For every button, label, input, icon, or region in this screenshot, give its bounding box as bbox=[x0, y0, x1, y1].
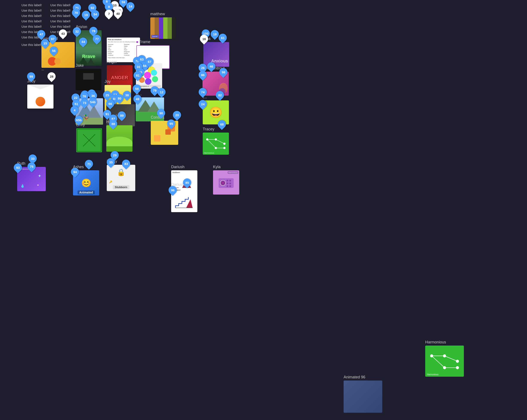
pin-33: 33 bbox=[29, 154, 37, 163]
card-jake: Jake bbox=[76, 63, 101, 90]
trinity-card[interactable]: 🔒 Stubborn 🔑 bbox=[107, 165, 135, 191]
pin-58: 58 bbox=[133, 84, 141, 93]
jake-label: Jake bbox=[76, 63, 101, 68]
label-item[interactable]: Use this label! bbox=[22, 3, 42, 7]
pin-15: 15 bbox=[41, 39, 49, 47]
pin-70: 70 bbox=[72, 9, 80, 17]
svg-point-27 bbox=[443, 366, 446, 369]
svg-point-26 bbox=[456, 360, 459, 363]
matthew-label: matthew bbox=[150, 12, 176, 16]
pin-89: 89 bbox=[118, 111, 126, 119]
kyla-card[interactable]: Harmonious bbox=[213, 170, 239, 195]
svg-rect-17 bbox=[229, 183, 231, 184]
card-kyla: Kyla Harmonious bbox=[213, 165, 239, 195]
card-harmonious: Harmonious Harmonious bbox=[425, 340, 464, 377]
svg-point-24 bbox=[430, 354, 433, 357]
jake-card[interactable] bbox=[76, 69, 101, 90]
svg-point-13 bbox=[222, 182, 224, 184]
pin-56: 56 bbox=[50, 47, 58, 55]
pin-24: 24 bbox=[199, 100, 207, 108]
pin-49: 49 bbox=[133, 95, 142, 103]
svg-rect-19 bbox=[229, 185, 231, 187]
kyla-label: Kyla bbox=[213, 165, 239, 169]
pin-71: 71 bbox=[85, 160, 93, 168]
card-envy: Envy bbox=[76, 123, 102, 152]
pin-43: 43 bbox=[59, 29, 67, 38]
pin-28: 28 bbox=[47, 72, 56, 80]
svg-line-1 bbox=[216, 139, 224, 144]
pin-47: 47 bbox=[37, 30, 45, 38]
svg-point-4 bbox=[206, 138, 208, 140]
svg-point-28 bbox=[456, 366, 459, 369]
svg-line-21 bbox=[445, 356, 457, 361]
label-item[interactable]: Use this label! bbox=[50, 19, 70, 23]
matthew-card-inner[interactable]: boost bbox=[150, 17, 176, 39]
svg-rect-16 bbox=[227, 183, 228, 184]
pin-12: 12 bbox=[157, 88, 165, 96]
dariush1-label: Dariush bbox=[171, 165, 197, 169]
label-item[interactable]: Use this label! bbox=[50, 25, 70, 28]
pin-77: 77 bbox=[93, 35, 101, 43]
harmonious-label: Harmonious bbox=[204, 152, 214, 154]
harmonious-card[interactable]: Harmonious bbox=[425, 346, 464, 377]
svg-line-22 bbox=[432, 356, 445, 368]
label-item[interactable]: Use this label! bbox=[50, 14, 70, 18]
pin-93: 93 bbox=[14, 163, 22, 172]
pin-38: 38 bbox=[123, 91, 131, 99]
label-item[interactable]: Use this label! bbox=[22, 25, 42, 28]
label-item[interactable]: Use this label! bbox=[22, 9, 42, 12]
pin-82: 82 bbox=[216, 91, 224, 99]
pin-78: 78 bbox=[89, 27, 98, 35]
card-tracey: Tracey Harmonious bbox=[203, 127, 229, 155]
label-item[interactable]: Use this label! bbox=[22, 19, 42, 23]
anger-label: Anger bbox=[107, 60, 132, 64]
svg-line-2 bbox=[207, 139, 216, 148]
svg-rect-18 bbox=[227, 185, 228, 187]
pin-20: 20 bbox=[173, 111, 181, 119]
svg-point-7 bbox=[215, 147, 217, 149]
pin-98: 98 bbox=[219, 68, 227, 76]
hilarious-card[interactable] bbox=[106, 125, 132, 152]
pin-66: 66 bbox=[106, 100, 114, 108]
harmonious-title: Harmonious bbox=[425, 340, 464, 345]
svg-marker-9 bbox=[186, 199, 193, 208]
svg-point-8 bbox=[223, 147, 225, 149]
label-item[interactable]: Use this label! bbox=[50, 9, 70, 12]
pin-44: 44 bbox=[79, 38, 87, 46]
pin-19: 19 bbox=[82, 11, 90, 19]
pin-35: 35 bbox=[107, 158, 115, 166]
judy-card[interactable] bbox=[27, 84, 54, 108]
pin-25: 25 bbox=[103, 91, 111, 99]
pin-86: 86 bbox=[199, 71, 207, 79]
pin-85: 85 bbox=[183, 178, 191, 187]
pin-65b: 65b bbox=[75, 116, 83, 124]
pin-67: 67 bbox=[145, 57, 154, 66]
pin-88: 88 bbox=[109, 120, 117, 128]
pin-40: 40 bbox=[114, 10, 122, 18]
pin-54: 54 bbox=[91, 10, 99, 18]
pin-94: 94 bbox=[71, 168, 79, 176]
pin-14: 14 bbox=[126, 2, 134, 10]
stubborn2-label: Stubborn bbox=[171, 170, 197, 175]
pin-74: 74 bbox=[199, 88, 207, 96]
joy-label: Joy bbox=[105, 79, 131, 84]
label-item[interactable]: Use this label! bbox=[50, 3, 70, 7]
animated96-card[interactable] bbox=[344, 380, 382, 413]
animated96-title: Animated 96 bbox=[344, 375, 382, 379]
pin-16: 16 bbox=[200, 35, 208, 43]
pin-68: 68 bbox=[218, 120, 226, 128]
tracey-card[interactable]: Harmonious bbox=[203, 133, 229, 155]
pin-73: 73 bbox=[80, 99, 88, 107]
harmonious-bottom-label: Harmonious bbox=[427, 373, 439, 376]
envy-card[interactable] bbox=[76, 128, 102, 152]
pin-4: 4 bbox=[70, 106, 79, 114]
frame-label: Frame bbox=[139, 40, 150, 44]
pin-83: 83 bbox=[122, 160, 130, 168]
pin-18: 18 bbox=[211, 30, 219, 38]
pin-7: 7 bbox=[105, 10, 113, 18]
pin-95: 95 bbox=[167, 119, 175, 128]
pin-99: 99 bbox=[27, 72, 35, 80]
label-item[interactable]: Use this label! bbox=[22, 14, 42, 18]
pin-97: 97 bbox=[49, 35, 57, 43]
pin-96: 96 bbox=[169, 186, 177, 194]
